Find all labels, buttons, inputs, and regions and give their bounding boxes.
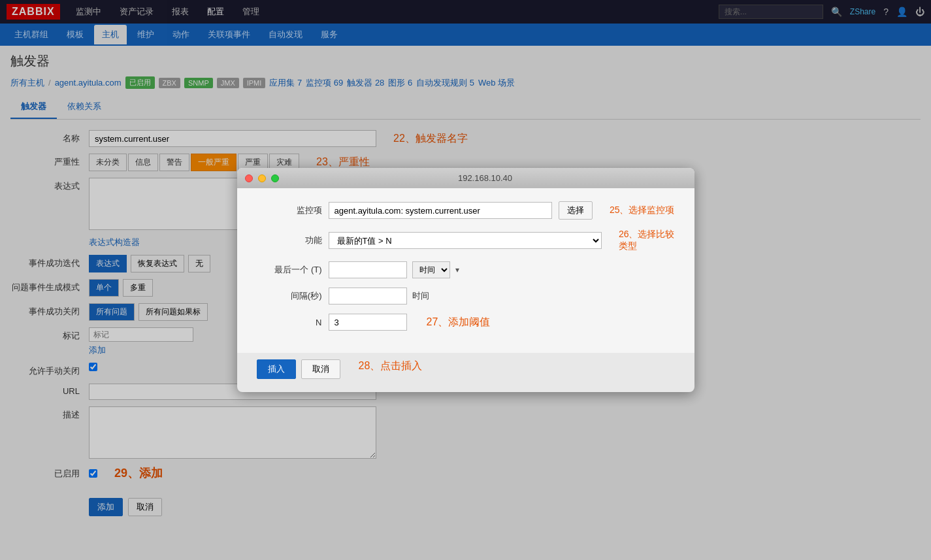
tl-close[interactable] [245,174,253,182]
modal-titlebar: 192.168.10.40 [237,168,694,188]
modal-monitor-label: 监控项 [257,205,322,216]
modal-time-row: 时间 ▾ [329,261,459,278]
modal-n-input[interactable] [329,314,407,331]
modal-last-t-label: 最后一个 (T) [257,264,322,276]
modal-interval-label: 间隔(秒) [257,290,322,302]
modal-monitor-item-row: 监控项 选择 25、选择监控项 [257,201,675,220]
chevron-down-icon: ▾ [455,265,459,274]
modal-cancel-button[interactable]: 取消 [301,359,340,379]
modal-monitor-input[interactable] [329,202,552,219]
modal-overlay[interactable]: 192.168.10.40 监控项 选择 25、选择监控项 功能 最新的T值 >… [0,0,931,529]
modal-function-row: 功能 最新的T值 > N 26、选择比较 类型 [257,229,675,252]
modal-interval-row: 间隔(秒) 时间 [257,288,675,305]
annotation-25: 25、选择监控项 [610,205,675,216]
expression-modal: 192.168.10.40 监控项 选择 25、选择监控项 功能 最新的T值 >… [237,168,694,392]
annotation-26: 26、选择比较 类型 [619,229,675,252]
modal-interval-time-label: 时间 [412,290,429,302]
modal-function-select[interactable]: 最新的T值 > N [329,232,602,249]
tl-minimize[interactable] [258,174,266,182]
modal-body: 监控项 选择 25、选择监控项 功能 最新的T值 > N 26、选择比较 类型 … [237,188,694,353]
annotation-27: 27、添加阈值 [427,316,491,329]
modal-function-label: 功能 [257,235,322,246]
modal-interval-input[interactable] [329,288,407,305]
modal-time-select[interactable]: 时间 [412,261,450,278]
annotation-28: 28、点击插入 [359,359,423,379]
modal-select-button[interactable]: 选择 [559,201,593,220]
modal-last-t-input[interactable] [329,261,407,278]
modal-interval-time-row: 时间 [329,288,429,305]
modal-insert-button[interactable]: 插入 [257,359,296,379]
tl-maximize[interactable] [271,174,279,182]
modal-title: 192.168.10.40 [284,173,687,183]
modal-last-t-row: 最后一个 (T) 时间 ▾ [257,261,675,278]
modal-footer: 插入 取消 28、点击插入 [237,353,694,392]
modal-n-label: N [257,318,322,327]
modal-n-row: N 27、添加阈值 [257,314,675,331]
